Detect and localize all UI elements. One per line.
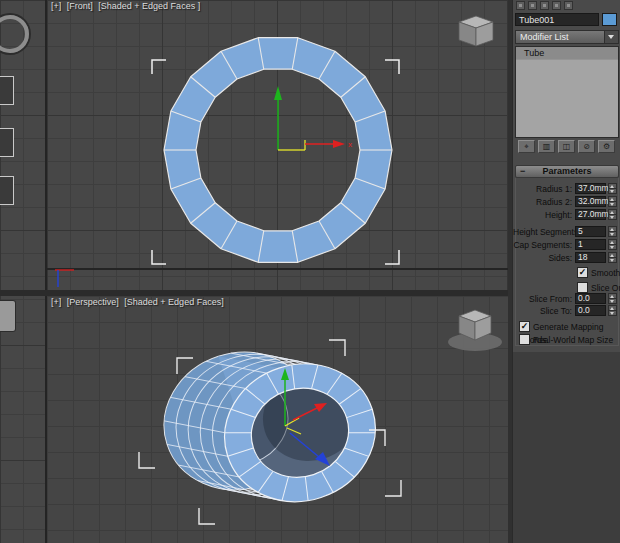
x-axis-label: x bbox=[348, 140, 352, 149]
param-label: Radius 1: bbox=[513, 183, 572, 195]
param-smooth: ✓Smooth bbox=[577, 266, 620, 278]
smooth-label: Smooth bbox=[591, 268, 620, 278]
panel-empty-area bbox=[513, 352, 620, 543]
left-viewport-partial[interactable] bbox=[0, 0, 45, 543]
viewcube-icon[interactable] bbox=[459, 16, 493, 46]
stack-toolbar: ⌖ ▥ ◫ ⊘ ⚙ bbox=[518, 140, 615, 153]
gizmo-x-arrow-icon[interactable] bbox=[333, 140, 345, 148]
toolbar-tail bbox=[516, 1, 573, 11]
cap-segments-spinner[interactable] bbox=[608, 239, 617, 250]
slice-to-field[interactable]: 0.0 bbox=[575, 305, 606, 316]
viewport-pov-menu[interactable]: [Front] bbox=[67, 1, 93, 11]
param-generate-mapping: ✓Generate Mapping Coords. bbox=[519, 320, 620, 332]
spinner-down-icon[interactable] bbox=[608, 201, 617, 207]
param-slice-from: Slice From: 0.0 bbox=[513, 293, 620, 305]
viewcube-icon[interactable] bbox=[448, 310, 502, 351]
radius1-field[interactable]: 37.0mm bbox=[575, 183, 606, 194]
param-real-world: Real-World Map Size bbox=[519, 333, 620, 345]
remove-modifier-icon[interactable]: ⊘ bbox=[578, 140, 595, 153]
spinner-down-icon[interactable] bbox=[608, 310, 617, 316]
pin-stack-icon[interactable]: ⌖ bbox=[518, 140, 535, 153]
spinner-down-icon[interactable] bbox=[608, 298, 617, 304]
spinner-down-icon[interactable] bbox=[608, 231, 617, 237]
radius2-spinner[interactable] bbox=[608, 196, 617, 207]
front-viewport-canvas: x bbox=[47, 0, 508, 290]
partial-ui-box bbox=[0, 128, 14, 157]
slice-on-checkbox[interactable] bbox=[577, 282, 588, 293]
partial-dial-widget bbox=[0, 15, 29, 53]
spinner-down-icon[interactable] bbox=[608, 188, 617, 194]
param-slice-on: Slice On bbox=[577, 281, 620, 293]
smooth-checkbox[interactable]: ✓ bbox=[577, 267, 588, 278]
param-label: Cap Segments: bbox=[513, 239, 572, 251]
sides-spinner[interactable] bbox=[608, 252, 617, 263]
modifier-list-label: Modifier List bbox=[520, 32, 569, 42]
parameters-rollout-header[interactable]: − Parameters bbox=[515, 165, 619, 178]
toolbar-icon[interactable] bbox=[516, 1, 525, 10]
stack-item-tube[interactable]: Tube bbox=[516, 47, 618, 60]
cap-segments-field[interactable]: 1 bbox=[575, 239, 606, 250]
viewport-shading-menu[interactable]: [Shaded + Edged Faces ] bbox=[98, 1, 200, 11]
viewport-shading-menu[interactable]: [Shaded + Edged Faces] bbox=[124, 297, 223, 307]
param-label: Radius 2: bbox=[513, 196, 572, 208]
param-label: Slice To: bbox=[513, 305, 572, 317]
slice-on-label: Slice On bbox=[591, 283, 620, 293]
spinner-down-icon[interactable] bbox=[608, 214, 617, 220]
perspective-viewport-canvas bbox=[47, 296, 508, 543]
3dsmax-window: x [+] [Front] [Shaded + Edged Faces ] bbox=[0, 0, 620, 543]
radius2-field[interactable]: 32.0mm bbox=[575, 196, 606, 207]
radius1-spinner[interactable] bbox=[608, 183, 617, 194]
spinner-down-icon[interactable] bbox=[608, 257, 617, 263]
param-label: Height Segments: bbox=[513, 226, 572, 238]
slice-from-field[interactable]: 0.0 bbox=[575, 293, 606, 304]
generate-mapping-checkbox[interactable]: ✓ bbox=[519, 321, 530, 332]
collapse-icon[interactable]: − bbox=[520, 166, 525, 177]
sides-field[interactable]: 18 bbox=[575, 252, 606, 263]
toolbar-icon[interactable] bbox=[540, 1, 549, 10]
partial-ui-box bbox=[0, 76, 14, 105]
tube-object-perspective-view[interactable] bbox=[146, 316, 393, 538]
show-end-result-icon[interactable]: ▥ bbox=[538, 140, 555, 153]
param-label: Height: bbox=[513, 209, 572, 221]
command-panel: Tube001 Modifier List Tube ⌖ ▥ ◫ ⊘ ⚙ − P… bbox=[512, 0, 620, 543]
param-radius1: Radius 1: 37.0mm bbox=[513, 183, 620, 195]
partial-ui-tab bbox=[0, 300, 16, 332]
viewport-general-menu[interactable]: [+] bbox=[51, 297, 61, 307]
viewport-general-menu[interactable]: [+] bbox=[51, 1, 61, 11]
make-unique-icon[interactable]: ◫ bbox=[558, 140, 575, 153]
param-cap-segments: Cap Segments: 1 bbox=[513, 239, 620, 251]
height-spinner[interactable] bbox=[608, 209, 617, 220]
height-segments-field[interactable]: 5 bbox=[575, 226, 606, 237]
real-world-checkbox[interactable] bbox=[519, 334, 530, 345]
param-sides: Sides: 18 bbox=[513, 252, 620, 264]
perspective-viewport[interactable]: [+] [Perspective] [Shaded + Edged Faces] bbox=[47, 296, 508, 543]
front-viewport[interactable]: x [+] [Front] [Shaded + Edged Faces ] bbox=[47, 0, 508, 290]
height-segments-spinner[interactable] bbox=[608, 226, 617, 237]
object-name-field[interactable]: Tube001 bbox=[515, 13, 599, 26]
rollout-title: Parameters bbox=[542, 166, 591, 176]
modifier-stack[interactable]: Tube bbox=[515, 46, 619, 138]
chevron-down-icon[interactable] bbox=[604, 31, 618, 43]
param-label: Slice From: bbox=[513, 293, 572, 305]
object-color-swatch[interactable] bbox=[602, 13, 617, 26]
param-label: Sides: bbox=[513, 252, 572, 264]
spinner-down-icon[interactable] bbox=[608, 244, 617, 250]
partial-ui-box bbox=[0, 176, 14, 205]
param-height-segments: Height Segments: 5 bbox=[513, 226, 620, 238]
height-field[interactable]: 27.0mm bbox=[575, 209, 606, 220]
slice-from-spinner[interactable] bbox=[608, 293, 617, 304]
front-viewport-menu: [+] [Front] [Shaded + Edged Faces ] bbox=[51, 1, 203, 11]
param-radius2: Radius 2: 32.0mm bbox=[513, 196, 620, 208]
configure-modifier-sets-icon[interactable]: ⚙ bbox=[598, 140, 615, 153]
viewport-pov-menu[interactable]: [Perspective] bbox=[67, 297, 119, 307]
toolbar-icon[interactable] bbox=[528, 1, 537, 10]
toolbar-icon[interactable] bbox=[564, 1, 573, 10]
gizmo-y-arrow-icon[interactable] bbox=[274, 86, 282, 100]
param-slice-to: Slice To: 0.0 bbox=[513, 305, 620, 317]
world-axis-icon bbox=[55, 270, 74, 287]
modifier-list-dropdown[interactable]: Modifier List bbox=[515, 30, 619, 44]
param-height: Height: 27.0mm bbox=[513, 209, 620, 221]
real-world-label: Real-World Map Size bbox=[533, 335, 613, 345]
toolbar-icon[interactable] bbox=[552, 1, 561, 10]
slice-to-spinner[interactable] bbox=[608, 305, 617, 316]
